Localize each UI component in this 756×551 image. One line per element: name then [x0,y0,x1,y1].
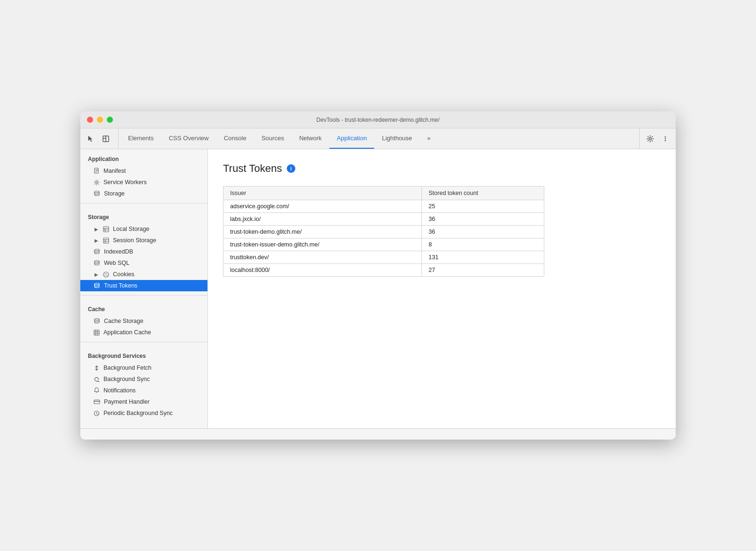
web-sql-icon [94,260,100,266]
sidebar-section-application: Application [80,149,207,165]
maximize-button[interactable] [107,117,113,123]
info-icon[interactable]: i [287,164,295,173]
sidebar-item-storage-app[interactable]: Storage [80,188,207,199]
sidebar-item-service-workers[interactable]: Service Workers [80,177,207,188]
content-header: Trust Tokens i [223,162,661,175]
background-sync-icon [94,376,100,382]
expand-arrow-session-storage: ▶ [94,238,99,243]
sidebar-section-background-services: Background Services [80,346,207,362]
tab-bar: Elements CSS Overview Console Sources Ne… [120,128,637,149]
svg-point-4 [665,136,666,137]
token-count-cell: 36 [422,226,544,238]
expand-arrow-local-storage: ▶ [94,227,99,232]
more-vertical-icon [662,135,669,143]
svg-point-21 [94,249,99,251]
sidebar-section-cache: Cache [80,299,207,315]
table-row: labs.jxck.io/36 [223,213,544,226]
sidebar-item-payment-handler[interactable]: Payment Handler [80,396,207,407]
divider-3 [80,342,207,342]
svg-point-26 [105,275,106,276]
trust-tokens-table: Issuer Stored token count adservice.goog… [223,186,544,277]
sidebar-item-application-cache[interactable]: Application Cache [80,327,207,338]
sidebar-item-cookies[interactable]: ▶ Cookies [80,269,207,280]
issuer-cell: trust-token-demo.glitch.me/ [223,226,422,238]
sidebar-item-cache-storage[interactable]: Cache Storage [80,315,207,327]
traffic-lights [87,117,113,123]
sidebar-item-notifications[interactable]: Notifications [80,385,207,396]
tab-css-overview[interactable]: CSS Overview [161,128,216,149]
toolbar: Elements CSS Overview Console Sources Ne… [80,128,676,149]
issuer-cell: labs.jxck.io/ [223,213,422,226]
layout-icon-button[interactable] [99,132,112,145]
cursor-icon [87,135,94,143]
notifications-label: Notifications [103,387,136,394]
sidebar-item-background-sync[interactable]: Background Sync [80,373,207,385]
sidebar-item-background-fetch[interactable]: Background Fetch [80,362,207,373]
tab-lighthouse[interactable]: Lighthouse [374,128,420,149]
layout-icon [102,135,110,143]
periodic-sync-icon [94,410,100,416]
sidebar-item-session-storage[interactable]: ▶ Session Storage [80,235,207,246]
svg-rect-35 [94,400,100,404]
svg-point-11 [96,181,98,183]
tab-sources[interactable]: Sources [254,128,292,149]
tab-network[interactable]: Network [292,128,329,149]
svg-point-12 [94,191,99,193]
payment-handler-icon [94,399,100,405]
svg-point-6 [665,140,666,141]
settings-button[interactable] [644,132,657,145]
window-title: DevTools - trust-token-redeemer-demo.gli… [317,117,440,123]
cache-storage-label: Cache Storage [104,318,143,324]
background-fetch-label: Background Fetch [103,365,151,371]
session-storage-label: Session Storage [113,237,156,244]
table-row: adservice.google.com/25 [223,200,544,213]
tab-application[interactable]: Application [329,128,375,149]
svg-point-24 [105,273,106,274]
toolbar-right-buttons [639,128,672,149]
token-count-cell: 8 [422,238,544,251]
svg-point-27 [107,275,108,276]
svg-point-22 [94,261,99,263]
expand-arrow-cookies: ▶ [94,272,99,277]
sidebar-item-web-sql[interactable]: Web SQL [80,257,207,269]
manifest-label: Manifest [103,168,126,174]
table-row: trust-token-issuer-demo.glitch.me/8 [223,238,544,251]
token-count-cell: 36 [422,213,544,226]
issuer-cell: localhost:8000/ [223,264,422,277]
token-count-cell: 25 [422,200,544,213]
sidebar-item-indexeddb[interactable]: IndexedDB [80,246,207,257]
svg-rect-17 [103,238,109,243]
token-count-cell: 131 [422,251,544,264]
cookies-icon [103,271,109,278]
svg-point-5 [665,138,666,139]
cache-storage-icon [94,318,100,324]
file-icon [94,168,100,174]
background-sync-label: Background Sync [103,376,150,382]
sidebar-item-manifest[interactable]: Manifest [80,165,207,177]
indexeddb-label: IndexedDB [104,248,133,255]
svg-point-29 [94,319,99,321]
close-button[interactable] [87,117,93,123]
sidebar: Application Manifest Service Workers Sto… [80,149,208,428]
settings-icon [646,135,654,143]
sidebar-item-periodic-background-sync[interactable]: Periodic Background Sync [80,407,207,419]
web-sql-label: Web SQL [104,260,129,266]
tab-elements[interactable]: Elements [120,128,161,149]
cursor-icon-button[interactable] [84,132,97,145]
titlebar: DevTools - trust-token-redeemer-demo.gli… [80,111,676,128]
tab-more[interactable]: » [420,128,438,149]
minimize-button[interactable] [97,117,103,123]
service-workers-label: Service Workers [103,179,146,186]
sidebar-item-trust-tokens[interactable]: Trust Tokens [80,280,207,291]
status-bar [80,428,676,440]
more-menu-button[interactable] [659,132,672,145]
toolbar-devtools-icons [84,128,119,149]
devtools-window: DevTools - trust-token-redeemer-demo.gli… [80,111,676,440]
cookies-label: Cookies [113,271,134,278]
divider-1 [80,203,207,203]
svg-rect-13 [103,227,109,232]
storage-app-label: Storage [104,190,125,197]
tab-console[interactable]: Console [216,128,254,149]
page-title: Trust Tokens [223,162,282,175]
sidebar-item-local-storage[interactable]: ▶ Local Storage [80,223,207,235]
